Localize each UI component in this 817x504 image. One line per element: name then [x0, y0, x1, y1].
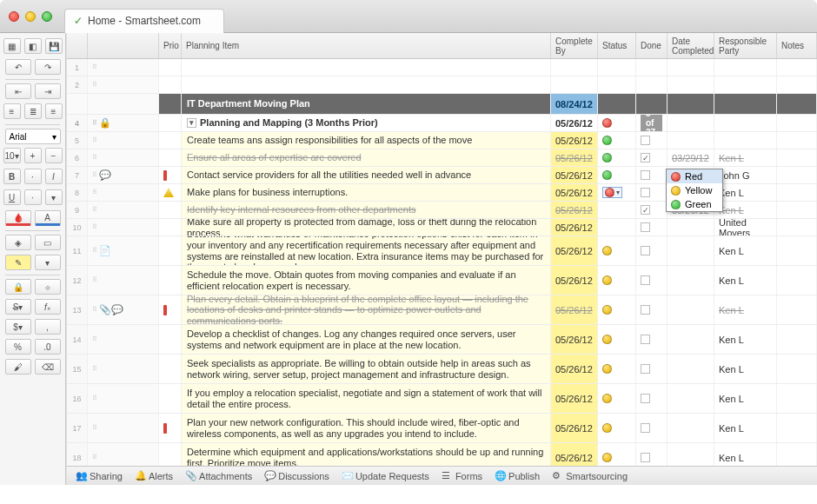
cell-stat[interactable]: [598, 76, 636, 93]
cell-item[interactable]: Ensure all areas of expertise are covere…: [182, 149, 551, 166]
cell-rownum[interactable]: 16: [67, 384, 88, 413]
cell-done[interactable]: [636, 184, 668, 201]
save-button[interactable]: 💾: [45, 38, 63, 54]
status-option-yellow[interactable]: Yellow: [667, 183, 722, 197]
cell-notes[interactable]: [777, 266, 817, 295]
tool-button[interactable]: ▦: [3, 38, 21, 54]
lock-button[interactable]: 🔒: [5, 279, 31, 295]
cell-prio[interactable]: [159, 59, 182, 76]
publish-tab[interactable]: 🌐Publish: [495, 471, 540, 481]
strikethrough-button[interactable]: S▾: [5, 299, 31, 315]
cell-notes[interactable]: [777, 414, 817, 442]
cell-resp[interactable]: Ken L: [714, 295, 777, 324]
cell-notes[interactable]: [777, 295, 817, 324]
table-row[interactable]: 18⠿Determine which equipment and applica…: [67, 443, 817, 466]
table-row[interactable]: 6⠿Ensure all areas of expertise are cove…: [67, 149, 817, 167]
cell-rownum[interactable]: 13: [67, 295, 88, 324]
align-right-button[interactable]: ≡: [45, 103, 63, 119]
cell-done[interactable]: [636, 132, 668, 149]
cell-resp[interactable]: Ken L: [714, 266, 777, 295]
status-header[interactable]: Status: [598, 33, 636, 58]
cell-stat[interactable]: ▾: [598, 184, 636, 201]
cell-resp[interactable]: United Movers: [714, 219, 777, 235]
cell-resp[interactable]: Ken L: [714, 202, 777, 218]
cell-item[interactable]: Develop a checklist of changes. Log any …: [182, 325, 551, 354]
tool-button[interactable]: ⟐: [35, 279, 61, 295]
cell-prio[interactable]: [159, 132, 182, 149]
alerts-tab[interactable]: 🔔Alerts: [135, 471, 173, 481]
cell-done[interactable]: [636, 94, 668, 114]
cell-comp[interactable]: 05/26/12: [551, 266, 598, 295]
browser-tab[interactable]: ✓ Home - Smartsheet.com: [64, 9, 224, 33]
table-row[interactable]: 16⠿If you employ a relocation specialist…: [67, 384, 817, 414]
clear-format-button[interactable]: ⌫: [35, 359, 61, 375]
cell-done[interactable]: [636, 355, 668, 383]
status-option-red[interactable]: Red: [667, 169, 722, 183]
cell-notes[interactable]: [777, 132, 817, 149]
cell-rownum[interactable]: 10: [67, 219, 88, 235]
cell-stat[interactable]: [598, 94, 636, 114]
cell-ind[interactable]: ⠿ 💬: [88, 167, 159, 183]
undo-button[interactable]: ↶: [5, 59, 31, 75]
cell-ind[interactable]: ⠿: [88, 414, 159, 442]
cell-notes[interactable]: [777, 384, 817, 413]
cell-datec[interactable]: [668, 384, 714, 413]
fill-color-button[interactable]: 🩸: [5, 210, 31, 226]
format-painter-button[interactable]: 🖌: [5, 359, 31, 375]
cell-comp[interactable]: 05/26/12: [551, 325, 598, 354]
discussions-tab[interactable]: 💬Discussions: [264, 471, 329, 481]
cell-prio[interactable]: [159, 236, 182, 265]
cell-datec[interactable]: [668, 266, 714, 295]
cell-notes[interactable]: [777, 167, 817, 183]
cell-notes[interactable]: [777, 76, 817, 93]
cell-done[interactable]: [636, 414, 668, 442]
cell-rownum[interactable]: 9: [67, 202, 88, 218]
tool-button[interactable]: ▭: [35, 235, 61, 250]
font-select[interactable]: Arial▾: [5, 129, 61, 144]
cell-resp[interactable]: [714, 94, 777, 114]
cell-prio[interactable]: [159, 115, 182, 131]
table-row[interactable]: 12⠿Schedule the move. Obtain quotes from…: [67, 266, 817, 295]
tool-button[interactable]: ▾: [45, 189, 63, 205]
cell-item[interactable]: Determine what warranties or maintenance…: [182, 236, 551, 265]
cell-resp[interactable]: John G: [714, 167, 777, 183]
cell-item[interactable]: Schedule the move. Obtain quotes from mo…: [182, 266, 551, 295]
row-number-header[interactable]: [67, 33, 88, 58]
decimal-button[interactable]: .0: [35, 339, 61, 355]
cell-stat[interactable]: [598, 236, 636, 265]
cell-done[interactable]: [636, 219, 668, 235]
cell-datec[interactable]: [668, 59, 714, 76]
align-center-button[interactable]: ≣: [24, 103, 42, 119]
cell-done[interactable]: [636, 236, 668, 265]
cell-rownum[interactable]: 7: [67, 167, 88, 183]
redo-button[interactable]: ↷: [35, 59, 61, 75]
cell-prio[interactable]: [159, 414, 182, 442]
cell-prio[interactable]: [159, 167, 182, 183]
cell-datec[interactable]: [668, 295, 714, 324]
cell-ind[interactable]: ⠿ 📄: [88, 236, 159, 265]
table-row[interactable]: 15⠿Seek specialists as appropriate. Be w…: [67, 355, 817, 384]
table-row[interactable]: 2⠿: [67, 76, 817, 94]
cell-resp[interactable]: Ken L: [714, 325, 777, 354]
cell-datec[interactable]: 03/29/12: [668, 149, 714, 166]
cell-comp[interactable]: 05/26/12: [551, 167, 598, 183]
zoom-window-button[interactable]: [42, 11, 52, 22]
cell-item[interactable]: [182, 59, 551, 76]
cell-prio[interactable]: [159, 325, 182, 354]
cell-resp[interactable]: [714, 132, 777, 149]
text-color-button[interactable]: A: [35, 210, 61, 226]
currency-button[interactable]: $▾: [5, 319, 31, 335]
cell-notes[interactable]: [777, 94, 817, 114]
cell-prio[interactable]: [159, 266, 182, 295]
cell-prio[interactable]: [159, 295, 182, 324]
cell-ind[interactable]: ⠿ 🔒: [88, 115, 159, 131]
cell-rownum[interactable]: [67, 94, 88, 114]
minimize-window-button[interactable]: [25, 11, 36, 22]
cell-datec[interactable]: [668, 115, 714, 131]
cell-done[interactable]: [636, 266, 668, 295]
sharing-tab[interactable]: 👥Sharing: [76, 471, 123, 481]
cell-notes[interactable]: [777, 355, 817, 383]
cell-notes[interactable]: [777, 236, 817, 265]
cell-comp[interactable]: 05/26/12: [551, 149, 598, 166]
increase-size-button[interactable]: +: [24, 148, 42, 163]
